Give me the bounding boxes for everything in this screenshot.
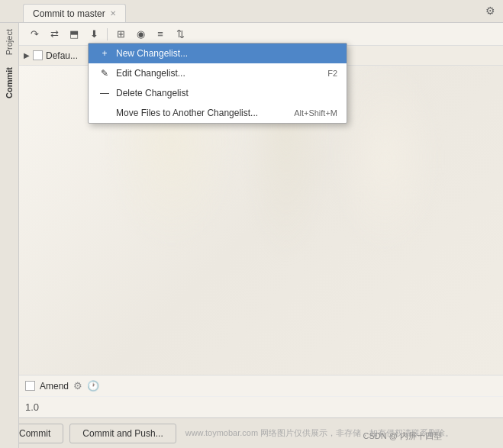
- version-text: 1.0: [19, 397, 503, 417]
- undo-button[interactable]: ↷: [26, 26, 43, 43]
- changelist-name: Defau...: [46, 50, 78, 61]
- project-label[interactable]: Project: [3, 23, 15, 61]
- edit-changelist-label: Edit Changelist...: [116, 68, 185, 79]
- menu-item-edit-changelist[interactable]: ✎ Edit Changelist... F2: [89, 63, 347, 83]
- bottom-area: Amend ⚙ 🕐 1.0: [19, 375, 503, 417]
- expand-arrow-icon[interactable]: ▶: [24, 51, 30, 60]
- menu-item-move-files[interactable]: Move Files to Another Changelist... Alt+…: [89, 103, 347, 123]
- amend-row: Amend ⚙ 🕐: [19, 375, 503, 397]
- edit-changelist-icon: ✎: [98, 68, 111, 79]
- amend-checkbox[interactable]: [25, 381, 35, 391]
- sort-button[interactable]: ⇅: [172, 26, 189, 43]
- commit-push-button[interactable]: Commit and Push...: [69, 424, 176, 443]
- amend-label: Amend: [40, 381, 69, 392]
- settings-icon[interactable]: ⚙: [485, 5, 495, 17]
- group-button[interactable]: ⊞: [112, 26, 129, 43]
- new-changelist-icon: +: [98, 48, 111, 59]
- tab-bar: Commit to master ✕ ⚙: [0, 0, 503, 23]
- download-button[interactable]: ⬇: [85, 26, 102, 43]
- new-changelist-label: New Changelist...: [116, 48, 188, 59]
- edit-shortcut: F2: [327, 69, 337, 78]
- delete-changelist-icon: —: [98, 88, 111, 98]
- tab-close-icon[interactable]: ✕: [110, 9, 116, 18]
- side-panel: Project Commit: [0, 23, 19, 448]
- select-all-checkbox[interactable]: [33, 50, 43, 60]
- separator-1: [107, 28, 108, 40]
- move-button[interactable]: ⇄: [46, 26, 63, 43]
- eye-button[interactable]: ◉: [132, 26, 149, 43]
- amend-clock-icon[interactable]: 🕐: [87, 380, 99, 392]
- move-shortcut: Alt+Shift+M: [294, 108, 337, 118]
- save-button[interactable]: ⬒: [66, 26, 82, 43]
- context-menu: + New Changelist... ✎ Edit Changelist...…: [88, 43, 347, 124]
- tab-label: Commit to master: [33, 8, 105, 19]
- move-files-label: Move Files to Another Changelist...: [116, 108, 258, 118]
- menu-item-delete-changelist[interactable]: — Delete Changelist: [89, 83, 347, 103]
- csdn-badge: CSDN @ 内屏十四型: [363, 430, 442, 442]
- delete-changelist-label: Delete Changelist: [116, 88, 189, 98]
- menu-item-new-changelist[interactable]: + New Changelist...: [89, 44, 347, 63]
- amend-gear-icon[interactable]: ⚙: [73, 380, 82, 392]
- commit-label[interactable]: Commit: [3, 61, 15, 105]
- commit-tab[interactable]: Commit to master ✕: [23, 4, 126, 22]
- main-window: Commit to master ✕ ⚙ ↺ ↷ ⇄ ⬒ ⬇ ⊞ ◉ ≡ ⇅ P…: [0, 0, 503, 448]
- align-button[interactable]: ≡: [152, 26, 169, 43]
